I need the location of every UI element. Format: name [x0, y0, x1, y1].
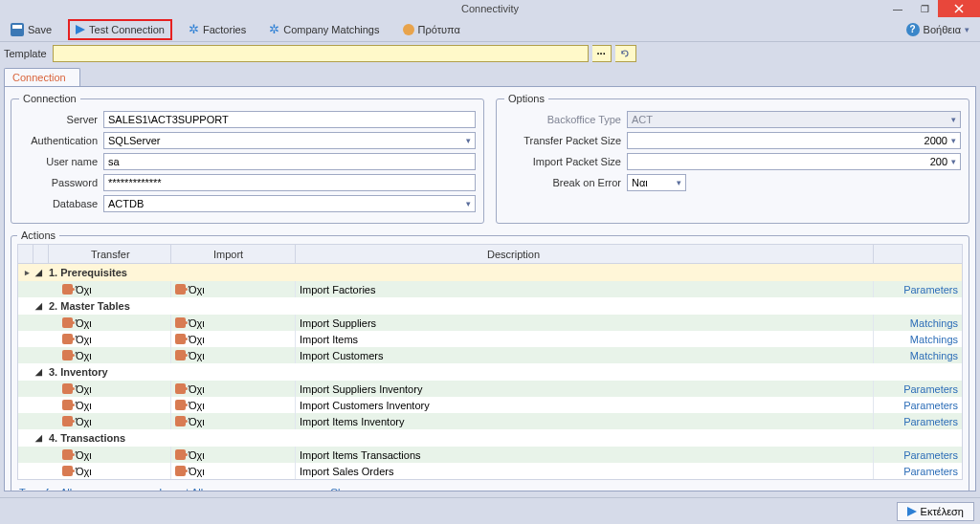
thumb-down-icon	[175, 284, 186, 295]
import-packet-combo[interactable]: 200▾	[627, 153, 961, 170]
thumb-down-icon	[62, 449, 73, 460]
test-connection-button[interactable]: Test Connection	[68, 19, 172, 40]
maximize-button[interactable]: ❐	[911, 0, 938, 17]
actions-fieldset: Actions Transfer Import Description ▸◢1.…	[11, 229, 969, 491]
transfer-all-link[interactable]: Transfer All	[19, 487, 72, 491]
collapse-icon: ◢	[33, 301, 49, 311]
template-refresh-button[interactable]	[615, 45, 636, 62]
import-value: Όχι	[189, 449, 205, 461]
table-row[interactable]: ΌχιΌχιImport Suppliers InventoryParamete…	[18, 381, 962, 397]
execute-button[interactable]: Εκτέλεση	[897, 502, 974, 521]
thumb-down-icon	[175, 400, 186, 410]
row-link[interactable]: Parameters	[903, 284, 958, 295]
transfer-packet-combo[interactable]: 2000▾	[627, 132, 961, 149]
help-button[interactable]: ? Βοήθεια ▾	[900, 19, 976, 40]
close-button[interactable]	[938, 0, 980, 17]
row-description: Import Customers	[296, 347, 874, 363]
table-row[interactable]: ΌχιΌχιImport Items InventoryParameters	[18, 413, 962, 429]
thumb-down-icon	[62, 466, 73, 476]
row-link[interactable]: Matchings	[910, 334, 958, 345]
group-row[interactable]: ◢2. Master Tables	[18, 297, 962, 315]
table-row[interactable]: ΌχιΌχιImport Sales OrdersParameters	[18, 463, 962, 479]
row-description: Import Factories	[296, 281, 874, 297]
company-matchings-button[interactable]: ✲ Company Matchings	[262, 18, 386, 40]
row-link[interactable]: Parameters	[903, 466, 958, 477]
import-value: Όχι	[189, 317, 205, 329]
row-link[interactable]: Matchings	[910, 317, 958, 329]
tab-connection[interactable]: Connection	[4, 68, 80, 86]
table-row[interactable]: ΌχιΌχιImport Items TransactionsParameter…	[18, 447, 962, 463]
row-link[interactable]: Parameters	[903, 416, 958, 427]
group-row[interactable]: ▸◢1. Prerequisites	[18, 264, 962, 281]
username-label: User name	[19, 156, 103, 167]
actions-grid: Transfer Import Description ▸◢1. Prerequ…	[17, 244, 963, 480]
row-link[interactable]: Parameters	[903, 400, 958, 411]
thumb-down-icon	[175, 317, 186, 328]
username-input[interactable]	[103, 153, 476, 170]
import-value: Όχι	[189, 400, 205, 411]
table-row[interactable]: ΌχιΌχιImport Customers InventoryParamete…	[18, 397, 962, 413]
template-browse-button[interactable]: ···	[592, 45, 612, 62]
group-row[interactable]: ◢4. Transactions	[18, 429, 962, 447]
templates-button[interactable]: Πρότυπα	[396, 20, 467, 39]
bottom-bar: Εκτέλεση	[0, 497, 980, 524]
break-error-combo[interactable]: Ναι▾	[627, 174, 686, 191]
server-input[interactable]	[103, 111, 476, 128]
group-title: 4. Transactions	[49, 432, 125, 444]
grid-body: ▸◢1. PrerequisitesΌχιΌχιImport Factories…	[18, 264, 962, 479]
transfer-value: Όχι	[76, 350, 92, 361]
database-combo[interactable]: ACTDB▾	[103, 195, 476, 212]
clear-link[interactable]: Clear	[330, 487, 355, 491]
company-matchings-label: Company Matchings	[283, 24, 379, 35]
content-panel: Connection Server Authentication SQLServ…	[4, 86, 976, 491]
gear-icon: ✲	[189, 22, 199, 36]
row-description: Import Customers Inventory	[296, 397, 874, 413]
col-transfer[interactable]: Transfer	[49, 245, 171, 263]
import-all-link[interactable]: Import All	[159, 487, 203, 491]
import-value: Όχι	[189, 284, 205, 295]
break-error-label: Break on Error	[504, 177, 627, 188]
play-icon	[76, 25, 85, 34]
row-link[interactable]: Matchings	[910, 350, 958, 361]
minimize-button[interactable]: —	[884, 0, 911, 17]
play-icon	[907, 507, 917, 516]
help-icon: ?	[906, 23, 920, 36]
transfer-value: Όχι	[76, 284, 92, 295]
import-value: Όχι	[189, 466, 205, 477]
table-row[interactable]: ΌχιΌχιImport CustomersMatchings	[18, 347, 962, 363]
col-import[interactable]: Import	[171, 245, 296, 263]
table-row[interactable]: ΌχιΌχιImport ItemsMatchings	[18, 331, 962, 347]
save-icon	[11, 23, 24, 36]
table-row[interactable]: ΌχιΌχιImport SuppliersMatchings	[18, 315, 962, 331]
factories-button[interactable]: ✲ Factories	[182, 18, 253, 40]
transfer-value: Όχι	[76, 334, 92, 345]
template-input[interactable]	[53, 45, 589, 62]
group-row[interactable]: ◢3. Inventory	[18, 363, 962, 381]
table-row[interactable]: ΌχιΌχιImport FactoriesParameters	[18, 281, 962, 297]
row-link[interactable]: Parameters	[903, 383, 958, 395]
connection-fieldset: Connection Server Authentication SQLServ…	[11, 93, 484, 224]
row-link[interactable]: Parameters	[903, 449, 958, 461]
import-value: Όχι	[189, 334, 205, 345]
row-description: Import Items Transactions	[296, 447, 874, 463]
col-description[interactable]: Description	[296, 245, 874, 263]
import-value: Όχι	[189, 383, 205, 395]
transfer-value: Όχι	[76, 400, 92, 411]
auth-combo[interactable]: SQLServer▾	[103, 132, 476, 149]
transfer-packet-label: Transfer Packet Size	[504, 135, 627, 146]
import-value: Όχι	[189, 416, 205, 427]
options-legend: Options	[504, 93, 548, 104]
thumb-down-icon	[175, 334, 186, 344]
thumb-down-icon	[175, 449, 186, 460]
row-description: Import Items Inventory	[296, 413, 874, 429]
titlebar: Connectivity — ❐	[0, 0, 980, 17]
window-controls: — ❐	[884, 0, 980, 17]
grid-footer: Transfer All Import All Clear	[17, 480, 963, 491]
row-description: Import Suppliers Inventory	[296, 381, 874, 397]
grid-header: Transfer Import Description	[18, 245, 962, 264]
import-packet-label: Import Packet Size	[504, 156, 627, 167]
tab-strip: Connection	[0, 65, 980, 86]
backoffice-label: Backoffice Type	[504, 114, 627, 125]
save-button[interactable]: Save	[4, 19, 58, 40]
password-input[interactable]	[103, 174, 476, 191]
